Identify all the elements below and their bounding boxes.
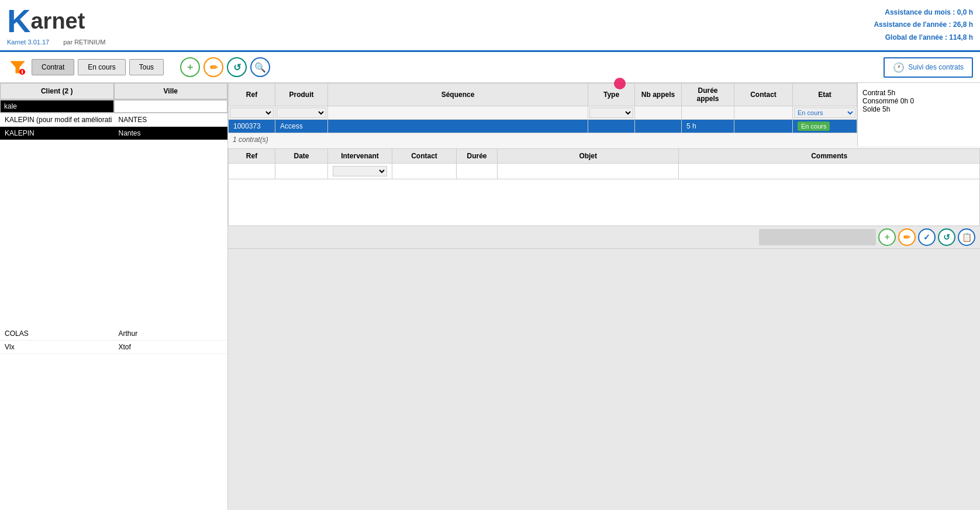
client-ville: Arthur <box>114 327 228 340</box>
ville-search-cell[interactable] <box>114 100 228 113</box>
stat2: Assistance de l'année : 26,8 h <box>874 19 973 32</box>
toolbar: Contrat En cours Tous ＋ ✏ ↺ 🔍 🕐 Suivi de… <box>0 52 980 83</box>
logo-arnet: arnet <box>30 10 85 32</box>
filter-produit[interactable] <box>275 106 328 120</box>
interventions-filter-row[interactable] <box>229 164 980 179</box>
filter-type-select[interactable] <box>589 107 633 118</box>
edit-button[interactable]: ✏ <box>203 57 223 77</box>
int-filter-intervenant-select[interactable] <box>333 166 387 176</box>
col-ville: Ville <box>114 83 228 99</box>
client-row[interactable]: COLAS Arthur <box>0 327 227 341</box>
client-search-cell[interactable] <box>0 100 114 113</box>
col-nb-appels: Nb appels <box>635 84 682 106</box>
solde-label: Solde <box>862 105 881 113</box>
int-filter-ref[interactable] <box>229 164 275 179</box>
client-ville: Xtof <box>114 341 228 353</box>
contract-sequence <box>328 120 588 133</box>
int-col-date: Date <box>275 149 328 164</box>
contract-etat: En cours <box>793 120 857 133</box>
filter-duree[interactable] <box>682 106 734 120</box>
suivi-contrats-button[interactable]: 🕐 Suivi des contrats <box>884 57 973 78</box>
bottom-history-button[interactable]: 📋 <box>958 228 975 246</box>
col-sequence: Séquence <box>328 84 588 106</box>
client-name: KALEPIN (pour modif et améliorati <box>0 113 114 126</box>
stat3-label: Global de l'année : <box>885 33 947 41</box>
int-col-intervenant: Intervenant <box>328 149 392 164</box>
contract-duree: 5 h <box>682 120 734 133</box>
filter-contact[interactable] <box>734 106 793 120</box>
tous-filter-button[interactable]: Tous <box>129 59 164 75</box>
logo: K arnet <box>7 5 105 37</box>
version-label: Karnet 3.01.17 <box>7 39 49 46</box>
filter-nb-appels[interactable] <box>635 106 682 120</box>
delete-button[interactable]: ↺ <box>227 57 247 77</box>
filter-etat-select[interactable]: En cours Tous <box>794 107 855 118</box>
int-filter-objet[interactable] <box>498 164 679 179</box>
contracts-filter-row[interactable]: En cours Tous <box>229 106 857 120</box>
contrat-info-row: Contrat 5h <box>862 89 975 97</box>
stat3-value: 114,8 h <box>949 33 973 41</box>
bottom-area: ＋ ✏ ✓ ↺ 📋 <box>228 226 980 510</box>
int-filter-contact[interactable] <box>392 164 457 179</box>
filter-icon[interactable] <box>7 57 28 78</box>
col-client: Client (2 ) <box>0 83 114 99</box>
int-col-duree: Durée <box>457 149 498 164</box>
suivi-label: Suivi des contrats <box>908 63 964 71</box>
consomme-label: Consommé <box>862 97 898 105</box>
col-ref: Ref <box>229 84 275 106</box>
filter-ref[interactable] <box>229 106 275 120</box>
side-info-panel: Contrat 5h Consommé 0h 0 Solde 5h <box>857 83 980 146</box>
en-cours-filter-button[interactable]: En cours <box>78 59 125 75</box>
header: K arnet Karnet 3.01.17 par RETINIUM Assi… <box>0 0 980 52</box>
bottom-delete-button[interactable]: ↺ <box>938 228 955 246</box>
client-row[interactable]: KALEPIN Nantes <box>0 127 227 140</box>
main-area: Client (2 ) Ville KALEPIN (pour modif et… <box>0 83 980 510</box>
bottom-edit-button[interactable]: ✏ <box>898 228 916 246</box>
interventions-area: Ref Date Intervenant Contact Durée Objet… <box>228 148 980 226</box>
contract-row[interactable]: 1000373 Access 5 h En cours <box>229 120 857 133</box>
stat2-label: Assistance de l'année : <box>874 20 951 29</box>
col-type: Type <box>588 84 635 106</box>
client-search-input[interactable] <box>1 100 113 112</box>
client-row[interactable]: Vlx Xtof <box>0 341 227 354</box>
left-panel: Client (2 ) Ville KALEPIN (pour modif et… <box>0 83 228 510</box>
client-search-row[interactable] <box>0 100 227 113</box>
search-button[interactable]: 🔍 <box>250 57 270 77</box>
bottom-add-button[interactable]: ＋ <box>878 228 896 246</box>
status-badge: En cours <box>798 122 830 131</box>
filter-etat[interactable]: En cours Tous <box>793 106 857 120</box>
bottom-validate-button[interactable]: ✓ <box>918 228 936 246</box>
contracts-header-row: Ref Produit Séquence Type Nb appels Duré… <box>229 84 857 106</box>
filter-type[interactable] <box>588 106 635 120</box>
contract-ref: 1000373 <box>229 120 275 133</box>
int-filter-date[interactable] <box>275 164 328 179</box>
filter-sequence[interactable] <box>328 106 588 120</box>
filter-ref-select[interactable] <box>230 107 274 118</box>
contrat-filter-button[interactable]: Contrat <box>32 59 74 75</box>
stat1-label: Assistance du mois : <box>885 8 955 16</box>
interventions-table: Ref Date Intervenant Contact Durée Objet… <box>228 148 980 226</box>
int-col-comments: Comments <box>679 149 980 164</box>
col-etat: Etat <box>793 84 857 106</box>
stat2-value: 26,8 h <box>953 20 973 29</box>
filter-produit-select[interactable] <box>277 107 326 118</box>
col-duree-appels: Durée appels <box>682 84 734 106</box>
int-filter-duree[interactable] <box>457 164 498 179</box>
contract-contact <box>734 120 793 133</box>
client-name: KALEPIN <box>0 127 114 140</box>
interventions-empty-row <box>229 179 980 226</box>
client-ville: Nantes <box>114 127 228 140</box>
int-col-ref: Ref <box>229 149 275 164</box>
client-ville: NANTES <box>114 113 228 126</box>
contracts-side-row: Ref Produit Séquence Type Nb appels Duré… <box>228 83 980 146</box>
client-row[interactable]: KALEPIN (pour modif et améliorati NANTES <box>0 113 227 127</box>
stat1-value: 0,0 h <box>957 8 973 16</box>
logo-area: K arnet Karnet 3.01.17 par RETINIUM <box>7 5 105 46</box>
consomme-info-row: Consommé 0h 0 <box>862 97 975 105</box>
ville-search-input[interactable] <box>115 100 227 112</box>
int-filter-comments[interactable] <box>679 164 980 179</box>
stats-panel: Assistance du mois : 0,0 h Assistance de… <box>874 6 973 44</box>
int-filter-intervenant[interactable] <box>328 164 392 179</box>
add-button[interactable]: ＋ <box>180 57 200 77</box>
contracts-main: Ref Produit Séquence Type Nb appels Duré… <box>228 83 857 146</box>
